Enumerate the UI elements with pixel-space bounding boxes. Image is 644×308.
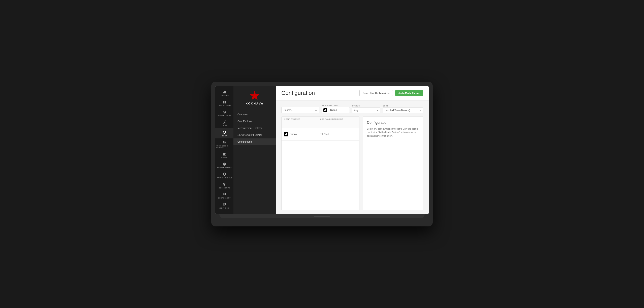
cell-media-partner-name: TikTok — [290, 133, 297, 136]
export-button[interactable]: Export Cost Configurations — [360, 90, 393, 96]
table-row[interactable]: TikTok TT Cost Active Sep. 02, 2022 ⋮ — [282, 128, 359, 141]
sidebar-item-cost-explorer[interactable]: Cost Explorer — [234, 118, 276, 125]
sidebar-menu: Overview Cost Explorer Measurement Explo… — [234, 109, 276, 214]
results-table: MEDIA PARTNER CONFIGURATION NAME ↓ STATU… — [281, 116, 360, 210]
subscriptions-icon — [222, 162, 226, 166]
main-header: Configuration Export Cost Configurations… — [276, 86, 429, 100]
nav-cost-label: COST — [222, 135, 227, 137]
nav-subscriptions[interactable]: SUBSCRIPTIONS — [215, 160, 234, 170]
nav-cost[interactable]: COST — [215, 128, 234, 139]
sidebar-link-skadnetwork-explorer[interactable]: SKAdNetwork Explorer — [234, 132, 276, 139]
status-filter-label: STATUS — [352, 105, 380, 107]
main-content: Configuration Export Cost Configurations… — [276, 86, 429, 214]
query-icon — [222, 152, 226, 156]
nav-media-index-label: MEDIA INDEX — [218, 207, 230, 209]
nav-integrations[interactable]: INTEGRATIONS — [215, 108, 234, 118]
svg-line-11 — [317, 110, 317, 111]
svg-rect-0 — [223, 92, 224, 93]
fraud-console-icon — [222, 172, 226, 176]
sidebar-item-skadnetwork-explorer[interactable]: SKAdNetwork Explorer — [234, 132, 276, 139]
links-icon — [222, 120, 226, 124]
content-area: MEDIA PARTNER TikTok All Facebook Google — [276, 100, 429, 214]
right-panel-description: Select any configuration in the list to … — [367, 127, 419, 138]
header-actions: Export Cost Configurations Add a Media P… — [360, 90, 423, 96]
integrations-icon — [222, 110, 226, 114]
tiktok-filter-icon — [324, 108, 327, 112]
nav-fraud-console[interactable]: FRAUD CONSOLE — [215, 170, 234, 180]
nav-integrations-label: INTEGRATIONS — [218, 115, 231, 117]
svg-rect-5 — [223, 102, 224, 103]
sort-filter-label: SORT — [383, 105, 423, 107]
audiences-icon — [222, 140, 226, 145]
status-select[interactable]: Any Active Inactive — [352, 108, 380, 113]
page-title: Configuration — [281, 90, 315, 96]
engagement-icon — [222, 192, 226, 196]
nav-fraud-console-label: FRAUD CONSOLE — [217, 177, 232, 179]
svg-rect-6 — [224, 102, 226, 103]
svg-rect-2 — [225, 91, 226, 93]
svg-point-7 — [224, 112, 225, 113]
nav-apps-assets[interactable]: APPS & ASSETS — [215, 98, 234, 108]
nav-engagement-label: ENGAGEMENT — [218, 197, 231, 199]
nav-analytics-label: ANALYTICS — [220, 95, 229, 97]
sidebar-logo: KOCHAVA — [234, 86, 276, 109]
media-partner-select[interactable]: TikTok All Facebook Google — [328, 108, 348, 113]
right-panel-title: Configuration — [367, 121, 419, 125]
nav-audiences-label: AUDIENCES & REPORTS — [216, 145, 233, 149]
apps-assets-icon — [222, 100, 226, 104]
table-header: MEDIA PARTNER CONFIGURATION NAME ↓ STATU… — [282, 117, 359, 128]
media-partner-filter: MEDIA PARTNER TikTok All Facebook Google — [322, 105, 350, 113]
right-panel: Configuration Select any configuration i… — [363, 116, 423, 210]
sidebar-item-overview[interactable]: Overview — [234, 111, 276, 118]
panels: MEDIA PARTNER CONFIGURATION NAME ↓ STATU… — [281, 116, 423, 210]
sidebar-item-configuration[interactable]: Configuration — [234, 139, 276, 145]
sidebar-item-measurement-explorer[interactable]: Measurement Explorer — [234, 125, 276, 132]
media-partner-filter-label: MEDIA PARTNER — [322, 105, 350, 107]
svg-rect-3 — [223, 101, 224, 102]
add-media-partner-button[interactable]: Add a Media Partner — [395, 90, 423, 96]
nav-engagement[interactable]: ENGAGEMENT — [215, 190, 234, 200]
logo-text: KOCHAVA — [246, 102, 264, 105]
laptop-notch — [314, 216, 330, 217]
collective-icon — [222, 182, 226, 186]
nav-query-label: QUERY — [222, 157, 228, 159]
search-container — [281, 107, 319, 113]
nav-collective[interactable]: COLLECTIVE — [215, 180, 234, 190]
cell-configuration-name: TT Cost — [320, 133, 360, 136]
media-index-icon — [222, 202, 226, 206]
sort-filter: SORT Last Pull Time (Newest) Last Pull T… — [383, 105, 423, 113]
col-configuration-name: CONFIGURATION NAME ↓ — [320, 118, 360, 126]
svg-marker-9 — [250, 91, 260, 100]
search-icon-button[interactable] — [315, 108, 318, 112]
nav-links[interactable]: LINKS — [215, 118, 234, 128]
svg-rect-4 — [224, 101, 226, 102]
analytics-icon — [222, 90, 226, 94]
search-input[interactable] — [281, 107, 319, 113]
nav-links-label: LINKS — [222, 125, 227, 127]
nav-audiences[interactable]: AUDIENCES & REPORTS — [215, 139, 234, 150]
nav-query[interactable]: QUERY — [215, 150, 234, 160]
col-media-partner: MEDIA PARTNER — [284, 118, 320, 126]
nav-analytics[interactable]: ANALYTICS — [215, 88, 234, 98]
sidebar-link-measurement-explorer[interactable]: Measurement Explorer — [234, 125, 276, 132]
svg-rect-1 — [224, 91, 225, 93]
nav-subscriptions-label: SUBSCRIPTIONS — [217, 167, 232, 169]
kochava-logo-star — [250, 91, 260, 101]
right-panel-divider — [367, 142, 419, 142]
cost-icon — [222, 130, 226, 135]
status-filter: STATUS Any Active Inactive — [352, 105, 380, 113]
nav-apps-label: APPS & ASSETS — [218, 105, 232, 107]
sidebar-link-configuration[interactable]: Configuration — [234, 139, 276, 145]
cell-media-partner: TikTok — [284, 132, 320, 137]
sidebar-link-overview[interactable]: Overview — [234, 111, 276, 118]
nav-media-index[interactable]: MEDIA INDEX — [215, 200, 234, 211]
svg-point-10 — [315, 109, 317, 111]
nav-collective-label: COLLECTIVE — [219, 187, 230, 189]
tiktok-logo — [284, 132, 288, 137]
sort-select[interactable]: Last Pull Time (Newest) Last Pull Time (… — [383, 108, 423, 113]
filters-row: MEDIA PARTNER TikTok All Facebook Google — [281, 105, 423, 113]
sidebar-link-cost-explorer[interactable]: Cost Explorer — [234, 118, 276, 125]
icon-nav: ANALYTICS APPS & ASSETS INTEGRATIONS LIN… — [215, 86, 234, 214]
search-icon — [315, 108, 318, 111]
sidebar: KOCHAVA Overview Cost Explorer Measureme… — [234, 86, 276, 214]
